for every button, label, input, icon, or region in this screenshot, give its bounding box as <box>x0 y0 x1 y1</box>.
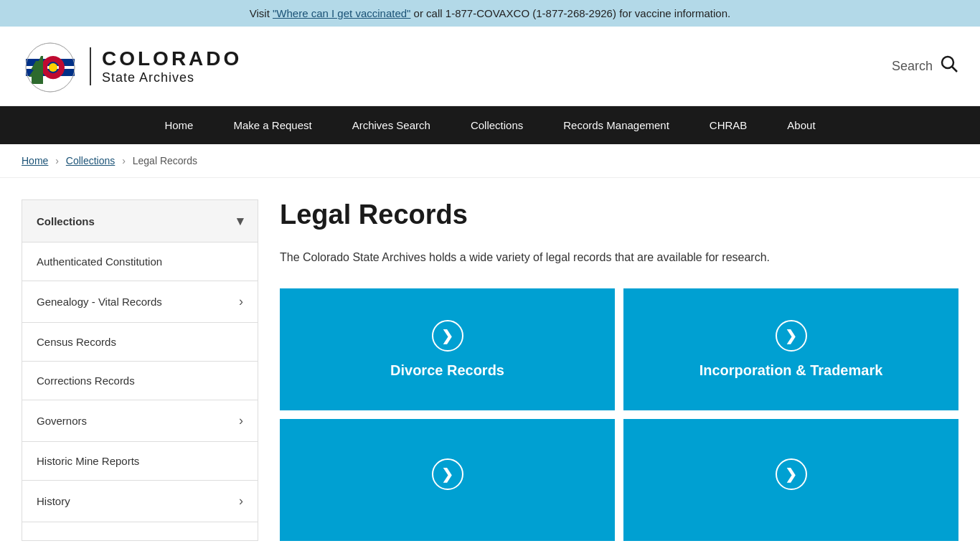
sidebar-collections-header[interactable]: Collections ▾ <box>22 200 258 242</box>
sidebar-item-mine-reports[interactable]: Historic Mine Reports <box>22 442 258 481</box>
sidebar-history-label: History <box>37 495 70 507</box>
nav-records-management[interactable]: Records Management <box>543 106 689 144</box>
nav-make-request[interactable]: Make a Request <box>213 106 331 144</box>
logo-text-area: COLORADO State Archives <box>90 47 242 85</box>
card-arrow-4: ❯ <box>776 458 807 490</box>
main-navigation: Home Make a Request Archives Search Coll… <box>0 106 980 144</box>
card-arrow-incorporation: ❯ <box>776 320 807 352</box>
banner-text-after: or call 1-877-COVAXCO (1-877-268-2926) f… <box>414 7 731 19</box>
sidebar-item-authenticated-constitution[interactable]: Authenticated Constitution <box>22 242 258 281</box>
card-arrow-3: ❯ <box>432 458 463 490</box>
sidebar-link-history[interactable]: History › <box>22 481 258 522</box>
chevron-right-icon-governors: › <box>239 413 243 428</box>
sidebar-link-corrections[interactable]: Corrections Records <box>22 362 258 400</box>
breadcrumb-collections[interactable]: Collections <box>66 155 115 166</box>
content-area: Collections ▾ Authenticated Constitution… <box>0 178 980 551</box>
logo-area: COLORADO State Archives <box>22 37 242 95</box>
sidebar-genealogy-label: Genealogy - Vital Records <box>37 296 162 308</box>
sidebar-link-genealogy[interactable]: Genealogy - Vital Records › <box>22 281 258 322</box>
search-area: Search <box>892 55 958 77</box>
breadcrumb-current: Legal Records <box>133 155 197 166</box>
colorado-logo <box>22 37 79 95</box>
search-icon <box>940 55 958 73</box>
breadcrumb-separator-1: › <box>55 155 59 166</box>
sidebar-header[interactable]: Collections ▾ <box>22 200 258 242</box>
card-divorce-records[interactable]: ❯ Divorce Records <box>280 288 615 410</box>
svg-point-4 <box>49 63 57 72</box>
nav-home[interactable]: Home <box>144 106 213 144</box>
cards-grid: ❯ Divorce Records ❯ Incorporation & Trad… <box>280 288 958 541</box>
sidebar-link-mine-reports[interactable]: Historic Mine Reports <box>22 442 258 480</box>
search-label: Search <box>892 59 933 74</box>
search-button[interactable] <box>940 55 958 77</box>
nav-archives-search[interactable]: Archives Search <box>332 106 451 144</box>
svg-point-7 <box>942 57 953 68</box>
chevron-right-icon-history: › <box>239 494 243 509</box>
state-name: COLORADO <box>102 47 242 70</box>
main-content: Legal Records The Colorado State Archive… <box>280 199 958 541</box>
banner-text-before: Visit <box>250 7 273 19</box>
sidebar-header-label: Collections <box>37 215 95 227</box>
sidebar-link-census[interactable]: Census Records <box>22 323 258 361</box>
breadcrumb-home[interactable]: Home <box>22 155 48 166</box>
card-3[interactable]: ❯ <box>280 419 615 541</box>
card-label-incorporation: Incorporation & Trademark <box>699 362 883 379</box>
sidebar-link-governors[interactable]: Governors › <box>22 400 258 441</box>
card-incorporation[interactable]: ❯ Incorporation & Trademark <box>623 288 958 410</box>
svg-line-8 <box>952 67 957 72</box>
site-header: COLORADO State Archives Search <box>0 27 980 106</box>
banner-link[interactable]: "Where can I get vaccinated" <box>273 7 410 19</box>
breadcrumb: Home › Collections › Legal Records <box>0 144 980 178</box>
card-arrow-divorce: ❯ <box>432 320 463 352</box>
sidebar: Collections ▾ Authenticated Constitution… <box>22 199 258 541</box>
sidebar-item-census[interactable]: Census Records <box>22 323 258 362</box>
nav-about[interactable]: About <box>767 106 835 144</box>
sidebar-item-history[interactable]: History › <box>22 481 258 522</box>
nav-chrab[interactable]: CHRAB <box>689 106 768 144</box>
archives-label: State Archives <box>102 70 242 85</box>
top-banner: Visit "Where can I get vaccinated" or ca… <box>0 0 980 27</box>
sidebar-item-governors[interactable]: Governors › <box>22 400 258 442</box>
sidebar-governors-label: Governors <box>37 415 87 427</box>
chevron-right-icon: › <box>239 294 243 309</box>
sidebar-item-corrections[interactable]: Corrections Records <box>22 362 258 400</box>
chevron-down-icon: ▾ <box>237 213 243 229</box>
sidebar-link-authenticated-constitution[interactable]: Authenticated Constitution <box>22 242 258 281</box>
nav-collections[interactable]: Collections <box>451 106 543 144</box>
breadcrumb-separator-2: › <box>122 155 126 166</box>
card-label-divorce: Divorce Records <box>390 362 504 379</box>
page-description: The Colorado State Archives holds a wide… <box>280 248 958 267</box>
page-title: Legal Records <box>280 199 958 230</box>
sidebar-item-genealogy[interactable]: Genealogy - Vital Records › <box>22 281 258 323</box>
card-4[interactable]: ❯ <box>623 419 958 541</box>
